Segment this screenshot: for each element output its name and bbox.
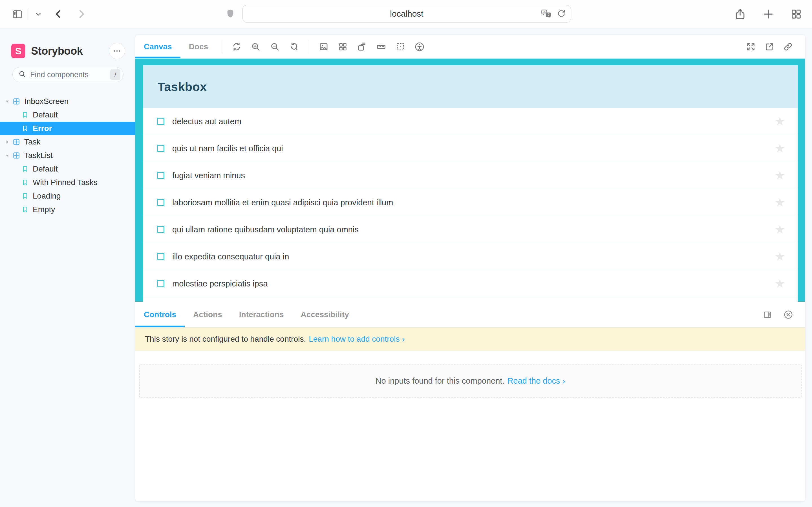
task-checkbox[interactable] — [157, 172, 164, 179]
task-checkbox[interactable] — [157, 199, 164, 206]
pin-star-icon[interactable]: ★ — [774, 196, 785, 209]
grid-icon — [338, 42, 348, 52]
caret-down-icon[interactable] — [4, 153, 10, 158]
caret-right-icon[interactable] — [4, 139, 10, 145]
translate-button[interactable]: A 文 — [541, 9, 552, 19]
accessibility-icon — [414, 42, 424, 52]
task-checkbox[interactable] — [157, 145, 164, 152]
sidebar-item-label: TaskList — [24, 151, 53, 160]
tab-actions[interactable]: Actions — [185, 302, 231, 327]
svg-text:文: 文 — [547, 13, 550, 17]
storybook-logo: S — [11, 44, 26, 58]
pin-star-icon[interactable]: ★ — [774, 115, 785, 127]
sidebar-item-label: Task — [24, 137, 41, 147]
tab-controls[interactable]: Controls — [135, 302, 185, 327]
open-canvas-new-tab-button[interactable] — [760, 35, 779, 59]
sidebar-item-tasklist-default[interactable]: Default — [0, 162, 135, 176]
tab-accessibility[interactable]: Accessibility — [292, 302, 357, 327]
learn-controls-link[interactable]: Learn how to add controls — [309, 335, 400, 344]
pin-star-icon[interactable]: ★ — [774, 224, 785, 235]
reload-icon — [557, 9, 566, 18]
search-icon — [18, 70, 26, 79]
back-button[interactable] — [53, 9, 64, 19]
panel-position-button[interactable] — [759, 302, 776, 328]
grid-button[interactable] — [333, 35, 352, 59]
accessibility-button[interactable] — [410, 35, 429, 59]
search-shortcut-badge: / — [110, 69, 120, 80]
sidebar-dropdown-button[interactable] — [35, 10, 42, 18]
task-row: delectus aut autem ★ — [143, 108, 798, 135]
translate-icon: A 文 — [541, 9, 552, 19]
remount-button[interactable] — [227, 35, 246, 59]
task-checkbox[interactable] — [157, 253, 164, 260]
sidebar-item-label: Default — [33, 110, 58, 119]
sidebar-item-inboxscreen-default[interactable]: Default — [0, 108, 135, 122]
taskbox-header: Taskbox — [143, 65, 798, 108]
sidebar-item-inboxscreen-error[interactable]: Error — [0, 122, 135, 135]
task-title: quis ut nam facilis et officia qui — [172, 144, 283, 153]
svg-text:A: A — [543, 10, 546, 14]
zoom-in-icon — [251, 42, 260, 52]
task-checkbox[interactable] — [157, 118, 164, 125]
sidebar-item-label: With Pinned Tasks — [33, 178, 98, 187]
task-title: fugiat veniam minus — [172, 171, 245, 180]
tab-canvas[interactable]: Canvas — [135, 35, 181, 58]
copy-link-button[interactable] — [779, 35, 797, 59]
zoom-in-button[interactable] — [246, 35, 265, 59]
pin-star-icon[interactable]: ★ — [774, 278, 785, 290]
backgrounds-button[interactable] — [314, 35, 333, 59]
close-circle-icon — [783, 310, 793, 320]
sidebar-menu-button[interactable] — [109, 43, 125, 59]
panel-position-icon — [763, 310, 772, 319]
task-row: fugiat veniam minus ★ — [143, 162, 798, 189]
task-title: delectus aut autem — [172, 117, 241, 126]
search-input[interactable]: Find components / — [12, 67, 123, 82]
fullscreen-button[interactable] — [742, 35, 760, 59]
forward-button[interactable] — [76, 9, 87, 19]
close-panel-button[interactable] — [780, 302, 797, 328]
caret-down-icon[interactable] — [4, 99, 10, 104]
controls-panel-body: No inputs found for this component. Read… — [135, 351, 805, 501]
tab-interactions[interactable]: Interactions — [231, 302, 292, 327]
viewport-icon — [357, 42, 367, 52]
outline-button[interactable] — [391, 35, 410, 59]
tab-docs[interactable]: Docs — [181, 35, 216, 58]
zoom-reset-button[interactable] — [285, 35, 304, 59]
sidebar-item-empty[interactable]: Empty — [0, 203, 135, 216]
chevron-down-icon — [35, 10, 42, 18]
privacy-shield-icon[interactable] — [225, 8, 236, 20]
brand-title: Storybook — [31, 45, 83, 57]
chevron-right-icon — [76, 9, 87, 19]
task-row: laboriosam mollitia et enim quasi adipis… — [143, 189, 798, 216]
pin-star-icon[interactable]: ★ — [774, 251, 785, 263]
story-bookmark-icon — [21, 179, 29, 186]
sidebar-item-label: Error — [33, 124, 52, 133]
sidebar-item-inboxscreen[interactable]: InboxScreen — [0, 95, 135, 108]
pin-star-icon[interactable]: ★ — [774, 170, 785, 181]
share-button[interactable] — [734, 8, 746, 20]
sidebar-item-loading[interactable]: Loading — [0, 189, 135, 203]
sidebar-item-task[interactable]: Task — [0, 135, 135, 149]
task-checkbox[interactable] — [157, 280, 164, 287]
new-tab-button[interactable] — [762, 8, 774, 20]
story-bookmark-icon — [21, 125, 29, 132]
link-icon — [783, 42, 793, 52]
pin-star-icon[interactable]: ★ — [774, 143, 785, 154]
sync-icon — [232, 42, 241, 52]
controls-warning-banner: This story is not configured to handle c… — [135, 328, 805, 351]
task-title: laboriosam mollitia et enim quasi adipis… — [172, 198, 393, 207]
chevron-left-icon — [53, 9, 64, 19]
viewport-button[interactable] — [352, 35, 371, 59]
task-checkbox[interactable] — [157, 226, 164, 233]
address-bar[interactable]: localhost A 文 — [243, 5, 571, 22]
sidebar-item-tasklist[interactable]: TaskList — [0, 149, 135, 162]
story-bookmark-icon — [21, 192, 29, 200]
ellipsis-icon — [113, 47, 121, 55]
sidebar-item-with-pinned-tasks[interactable]: With Pinned Tasks — [0, 176, 135, 189]
reload-button[interactable] — [557, 9, 566, 18]
measure-button[interactable] — [371, 35, 391, 59]
browser-sidebar-toggle-button[interactable] — [12, 8, 23, 20]
read-docs-link[interactable]: Read the docs — [507, 376, 560, 386]
zoom-out-button[interactable] — [265, 35, 285, 59]
tab-overview-button[interactable] — [791, 8, 802, 20]
